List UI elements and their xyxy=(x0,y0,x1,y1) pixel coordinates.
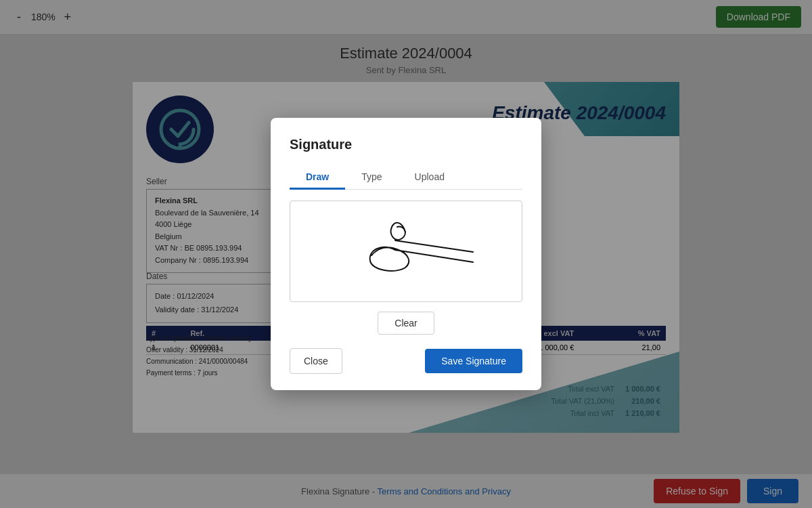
tab-draw[interactable]: Draw xyxy=(290,166,345,190)
tab-upload[interactable]: Upload xyxy=(399,166,461,190)
save-signature-button[interactable]: Save Signature xyxy=(425,349,522,373)
tab-type[interactable]: Type xyxy=(345,166,398,190)
modal-footer: Close Save Signature xyxy=(290,348,522,374)
signature-modal: Signature Draw Type Upload xyxy=(271,118,541,390)
modal-overlay: Signature Draw Type Upload xyxy=(0,0,812,508)
clear-button[interactable]: Clear xyxy=(378,312,434,335)
modal-tabs: Draw Type Upload xyxy=(290,166,522,190)
signature-canvas[interactable] xyxy=(290,200,522,302)
close-button[interactable]: Close xyxy=(290,348,342,374)
modal-title: Signature xyxy=(290,137,522,152)
